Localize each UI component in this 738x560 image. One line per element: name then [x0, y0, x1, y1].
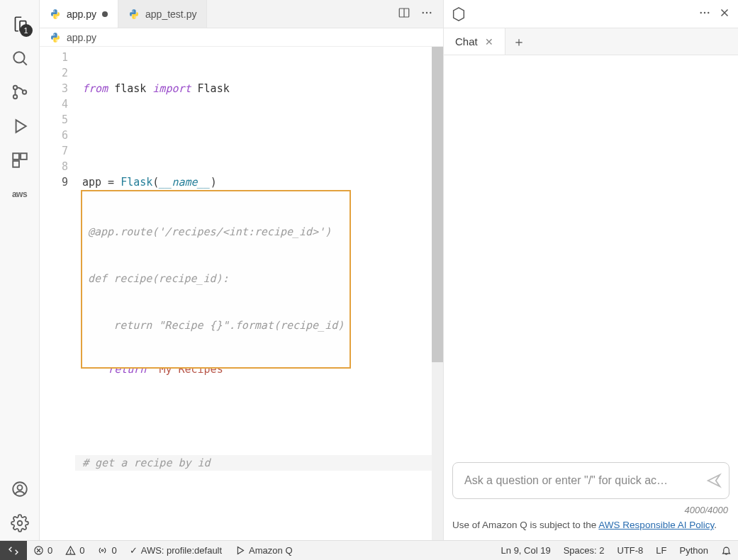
editor-area: app.py app_test.py app.py [40, 0, 443, 540]
chat-input-placeholder: Ask a question or enter "/" for quick ac… [464, 474, 706, 487]
svg-point-3 [22, 90, 26, 94]
chat-tab[interactable]: Chat ✕ [444, 28, 505, 55]
search-button[interactable] [3, 41, 37, 75]
settings-button[interactable] [3, 506, 37, 540]
modified-dot-icon [102, 11, 108, 17]
status-errors[interactable]: 0 [27, 545, 59, 556]
svg-rect-4 [13, 153, 19, 159]
chat-panel-header [444, 0, 738, 28]
code-suggestion[interactable]: @app.route('/recipes/<int:recipe_id>') d… [81, 190, 351, 369]
chat-tabs: Chat ✕ ＋ [444, 28, 738, 55]
panel-close-button[interactable] [718, 6, 731, 21]
chat-panel: Chat ✕ ＋ Ask a question or enter "/" for… [443, 0, 738, 540]
status-lang[interactable]: Python [673, 545, 715, 556]
breadcrumb-file: app.py [67, 32, 96, 43]
remote-button[interactable] [0, 541, 27, 560]
line-gutter: 1 2 3 4 5 6 7 8 9 [40, 47, 75, 540]
status-ports[interactable]: 0 [91, 545, 123, 556]
svg-point-16 [708, 12, 709, 13]
explorer-badge: 1 [20, 24, 33, 37]
amazon-q-icon [451, 6, 466, 22]
panel-more-button[interactable] [698, 6, 711, 21]
tab-label: app.py [67, 9, 96, 20]
tab-label: app_test.py [145, 9, 196, 20]
status-eol[interactable]: LF [649, 545, 673, 556]
status-amazon-q[interactable]: Amazon Q [228, 545, 298, 556]
svg-point-11 [423, 12, 424, 13]
scm-button[interactable] [3, 75, 37, 109]
breadcrumb[interactable]: app.py [40, 28, 443, 47]
status-aws-profile[interactable]: ✓ AWS: profile:default [123, 545, 228, 556]
status-notifications[interactable] [715, 545, 738, 556]
svg-point-13 [430, 12, 431, 13]
editor-more-button[interactable] [420, 6, 433, 21]
code-content[interactable]: from flask import Flask app = Flask(__na… [75, 47, 432, 540]
status-encoding[interactable]: UTF-8 [611, 545, 650, 556]
tab-app-py[interactable]: app.py [40, 0, 118, 28]
svg-point-19 [102, 549, 104, 551]
status-spaces[interactable]: Spaces: 2 [557, 545, 611, 556]
code-editor[interactable]: 1 2 3 4 5 6 7 8 9 from flask import Flas… [40, 47, 443, 540]
chat-input[interactable]: Ask a question or enter "/" for quick ac… [452, 462, 729, 499]
python-icon [50, 32, 61, 43]
python-icon [128, 9, 140, 20]
debug-button[interactable] [3, 109, 37, 143]
chat-body [444, 55, 738, 452]
editor-tabs-row: app.py app_test.py [40, 0, 443, 28]
send-icon[interactable] [706, 473, 722, 488]
policy-link[interactable]: AWS Responsible AI Policy [598, 520, 714, 530]
split-editor-button[interactable] [398, 6, 410, 21]
python-icon [50, 9, 61, 20]
svg-point-2 [13, 95, 16, 99]
svg-point-9 [17, 521, 22, 526]
svg-rect-5 [21, 153, 27, 159]
svg-rect-6 [13, 161, 19, 167]
extensions-button[interactable] [3, 143, 37, 177]
svg-point-15 [704, 12, 705, 13]
svg-point-18 [70, 553, 71, 554]
explorer-button[interactable]: 1 [3, 7, 37, 41]
account-button[interactable] [3, 472, 37, 506]
chat-tab-label: Chat [455, 35, 478, 47]
svg-point-0 [13, 52, 24, 62]
chat-legal: Use of Amazon Q is subject to the AWS Re… [444, 520, 738, 540]
svg-point-14 [700, 12, 702, 13]
status-warnings[interactable]: 0 [59, 545, 91, 556]
svg-point-12 [426, 12, 427, 13]
chat-tab-close[interactable]: ✕ [485, 36, 493, 47]
status-bar: 0 0 0 ✓ AWS: profile:default Amazon Q Ln… [0, 540, 738, 560]
status-position[interactable]: Ln 9, Col 19 [495, 545, 557, 556]
aws-icon: aws [12, 189, 27, 199]
chat-add-tab[interactable]: ＋ [505, 33, 532, 50]
aws-button[interactable]: aws [3, 177, 37, 211]
tab-app-test-py[interactable]: app_test.py [118, 0, 207, 28]
chat-char-counter: 4000/4000 [444, 505, 738, 520]
svg-point-1 [13, 86, 16, 89]
svg-point-8 [17, 485, 22, 490]
activity-bar: 1 aws [0, 0, 40, 540]
minimap[interactable] [432, 47, 443, 540]
